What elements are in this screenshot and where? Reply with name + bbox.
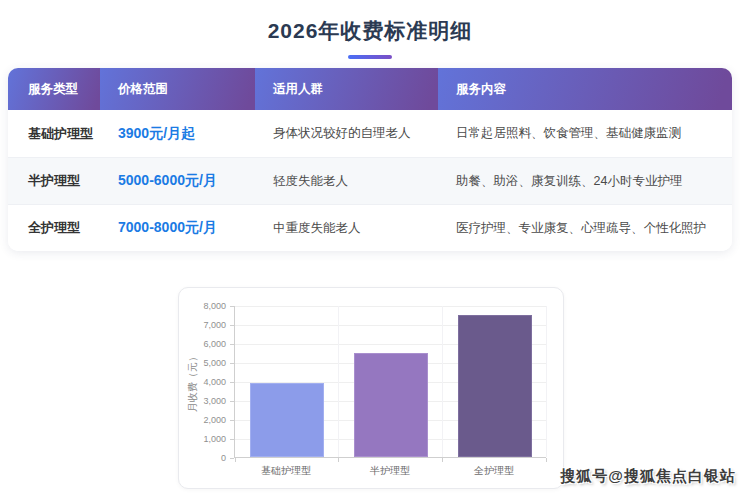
table-header-row: 服务类型 价格范围 适用人群 服务内容: [8, 68, 732, 110]
audience-cell: 轻度失能老人: [255, 158, 438, 204]
y-tick-label: 0: [182, 453, 226, 463]
title-underline-decoration: [348, 55, 392, 59]
column-header-price-range: 价格范围: [100, 68, 255, 110]
x-tick-label: 半护理型: [338, 464, 442, 478]
y-tick-label: 6,000: [182, 339, 226, 349]
y-axis-tick: [230, 363, 234, 364]
gridline: [442, 306, 443, 457]
column-header-audience: 适用人群: [255, 68, 438, 110]
services-cell: 医疗护理、专业康复、心理疏导、个性化照护: [438, 205, 732, 251]
y-tick-label: 7,000: [182, 320, 226, 330]
watermark: 搜狐号@搜狐焦点白银站: [560, 467, 736, 486]
y-axis-tick: [230, 420, 234, 421]
price-cell: 5000-6000元/月: [100, 158, 255, 204]
chart-plot-area: [234, 306, 546, 458]
gridline: [235, 306, 546, 307]
price-cell: 7000-8000元/月: [100, 205, 255, 251]
audience-cell: 中重度失能老人: [255, 205, 438, 251]
bar-基础护理型: [250, 383, 324, 457]
fee-table: 服务类型 价格范围 适用人群 服务内容 基础护理型 3900元/月起 身体状况较…: [8, 68, 732, 251]
column-header-service-type: 服务类型: [8, 68, 100, 110]
column-header-services: 服务内容: [438, 68, 732, 110]
y-tick-label: 1,000: [182, 434, 226, 444]
y-axis-tick: [230, 344, 234, 345]
y-tick-label: 5,000: [182, 358, 226, 368]
audience-cell: 身体状况较好的自理老人: [255, 110, 438, 157]
y-tick-label: 3,000: [182, 396, 226, 406]
gridline: [546, 306, 547, 457]
services-cell: 日常起居照料、饮食管理、基础健康监测: [438, 110, 732, 157]
y-axis-tick: [230, 325, 234, 326]
service-type-cell: 基础护理型: [8, 110, 100, 157]
x-axis-tick: [442, 458, 443, 462]
y-axis-tick: [230, 401, 234, 402]
x-axis-tick: [338, 458, 339, 462]
x-axis-tick: [235, 458, 236, 462]
bar-全护理型: [458, 315, 532, 458]
x-tick-label: 全护理型: [442, 464, 546, 478]
y-axis-tick: [230, 458, 234, 459]
y-axis-tick: [230, 306, 234, 307]
x-tick-label: 基础护理型: [234, 464, 338, 478]
price-cell: 3900元/月起: [100, 110, 255, 157]
service-type-cell: 全护理型: [8, 205, 100, 251]
y-axis-tick: [230, 439, 234, 440]
y-tick-label: 4,000: [182, 377, 226, 387]
x-axis-tick: [546, 458, 547, 462]
page-title: 2026年收费标准明细: [0, 17, 740, 45]
page: 2026年收费标准明细 服务类型 价格范围 适用人群 服务内容 基础护理型 39…: [0, 0, 740, 493]
table-row: 基础护理型 3900元/月起 身体状况较好的自理老人 日常起居照料、饮食管理、基…: [8, 110, 732, 157]
table-row: 半护理型 5000-6000元/月 轻度失能老人 助餐、助浴、康复训练、24小时…: [8, 157, 732, 204]
bar-chart-card: 月收费（元） 01,0002,0003,0004,0005,0006,0007,…: [178, 287, 564, 489]
y-axis-tick: [230, 382, 234, 383]
table-row: 全护理型 7000-8000元/月 中重度失能老人 医疗护理、专业康复、心理疏导…: [8, 204, 732, 251]
bar-半护理型: [354, 353, 428, 458]
gridline: [338, 306, 339, 457]
services-cell: 助餐、助浴、康复训练、24小时专业护理: [438, 158, 732, 204]
y-tick-label: 8,000: [182, 301, 226, 311]
service-type-cell: 半护理型: [8, 158, 100, 204]
y-tick-label: 2,000: [182, 415, 226, 425]
